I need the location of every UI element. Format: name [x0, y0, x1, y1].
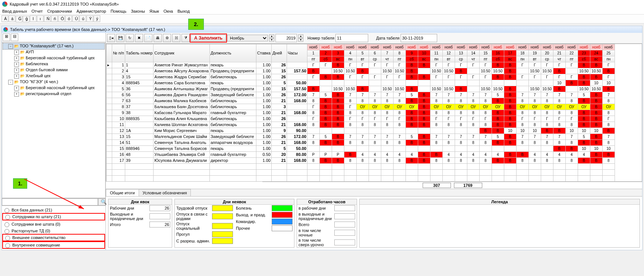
table-row[interactable]: ▸11Ахметов Ринат Жумасултанпекарь1.0026Г…: [107, 62, 615, 68]
refresh-button[interactable]: ↻: [126, 34, 134, 42]
delete-button[interactable]: ✖: [135, 34, 143, 42]
tabel-date-input[interactable]: [401, 34, 437, 42]
char-toolbar[interactable]: ÁáǴǵIıŃńÓóÚúÝý: [0, 15, 644, 23]
tree-node[interactable]: +Береговой насосный турбинный цех: [3, 55, 104, 61]
tree-node[interactable]: -ТОО "Kostanaysoft" (17 чел.): [3, 43, 104, 49]
filter-radio[interactable]: Внешнее совместительство: [2, 234, 105, 241]
tool1-button[interactable]: ⚙: [163, 34, 171, 42]
filter-radio[interactable]: Вся база данных (21): [3, 207, 105, 213]
menu-item[interactable]: Язык: [149, 9, 159, 13]
year-input[interactable]: [275, 34, 297, 42]
char-button[interactable]: ó: [65, 15, 72, 22]
sub-titlebar: Табель учета рабочего времени (вся база …: [2, 26, 642, 33]
char-button[interactable]: ı: [37, 15, 44, 22]
table-row[interactable]: 837Балкашева Баян Досетовнабиблиотекарь1…: [107, 104, 615, 110]
table-row[interactable]: 15888946Семенчук Татьяна Борисовпекарь1.…: [107, 145, 615, 151]
menu-item[interactable]: Выход: [177, 9, 190, 13]
filter-radio[interactable]: Расторгнутые ТД (0): [3, 228, 105, 234]
year-up[interactable]: ▲: [298, 34, 303, 38]
app-icon: [2, 1, 7, 7]
menu-item[interactable]: Ввод данных: [2, 9, 27, 13]
char-button[interactable]: ý: [94, 15, 100, 22]
menu-bar[interactable]: Ввод данныхОтчетСправочникиАдминистратор…: [0, 8, 644, 15]
filter-radios[interactable]: Вся база данных (21)Сотрудники по штату …: [2, 206, 105, 250]
char-button[interactable]: ú: [79, 15, 86, 22]
table-row[interactable]: 10888935Казыбаева Алия Клышевнабиблиотек…: [107, 116, 615, 122]
table-row[interactable]: 1739Юсупова Алина Джумагалидиректор1.002…: [107, 157, 615, 163]
nav-first-button[interactable]: ▯◂: [107, 34, 115, 42]
tree-node[interactable]: +Библиотека: [3, 61, 104, 67]
table-row[interactable]: 1315Малгельдинов Серик ШаймЗаведующий би…: [107, 134, 615, 139]
sub-title: Табель учета рабочего времени (вся база …: [10, 27, 165, 32]
timesheet-grid[interactable]: № п/пТабель номерСотрудникДолжностьСтавк…: [106, 44, 642, 182]
tree-node[interactable]: -ТОО "КГЭЭ" (4 чел.): [3, 79, 104, 85]
tree-collapse-button[interactable]: ⊟: [11, 34, 18, 41]
char-button[interactable]: ń: [51, 15, 58, 22]
year-down[interactable]: ▼: [298, 38, 303, 42]
search-button[interactable]: 🔍: [98, 198, 105, 206]
table-row[interactable]: 1451Семенчук Татьяна Анатольаппаратчик в…: [107, 139, 615, 145]
fill-button[interactable]: А Заполнить: [191, 35, 226, 41]
sub-icon: [3, 27, 8, 32]
callout-2: 2.: [188, 19, 204, 30]
table-row[interactable]: 536Ашимова Алтыншаш ЖумагПродавец (предп…: [107, 86, 615, 92]
menu-item[interactable]: Администратор: [76, 9, 106, 13]
filter-radio[interactable]: Внутреннее совмещение: [2, 241, 105, 249]
char-button[interactable]: I: [30, 15, 37, 22]
table-row[interactable]: 1648Ульшибаева Эльмира Сейглавный бухгал…: [107, 151, 615, 157]
org-tree[interactable]: -ТОО "Kostanaysoft" (17 чел.)+АУП+Берего…: [2, 42, 105, 198]
char-button[interactable]: Á: [1, 15, 8, 22]
tree-node[interactable]: +АУП: [3, 49, 104, 55]
toolbar[interactable]: ▯◂ 💾 ↻ ✖ 📄 🖶 ⚙ ☵ ⧩ А Заполнить Ноябрь ▲▼…: [106, 33, 642, 44]
month-up[interactable]: ▲: [269, 34, 274, 38]
panel-hours: Отработано часов в рабочие днив выходные…: [297, 199, 357, 248]
tool2-button[interactable]: ☵: [172, 34, 180, 42]
filter-radio[interactable]: Сотрудники по штату (21): [2, 213, 105, 220]
panel-legend: Легенда: [359, 199, 640, 248]
char-button[interactable]: Ý: [86, 15, 93, 22]
char-button[interactable]: ǵ: [23, 16, 29, 22]
table-row[interactable]: 24Ахметова Айсулу АскаровнаПродавец (пре…: [107, 68, 615, 74]
summary-panels: Дни явок Рабочие дниВыходные и праздничн…: [106, 197, 642, 250]
save-button[interactable]: 💾: [116, 34, 124, 42]
char-button[interactable]: Ń: [44, 15, 51, 22]
menu-item[interactable]: Законы: [131, 9, 145, 13]
tree-node[interactable]: +Отдел бытовой химии: [3, 67, 104, 73]
callout-1: 1.: [13, 178, 27, 189]
char-button[interactable]: Ú: [72, 15, 79, 22]
month-select[interactable]: Ноябрь: [227, 35, 268, 41]
tree-node[interactable]: +Береговой насосный турбинный цех: [3, 85, 104, 91]
menu-item[interactable]: Отчет: [32, 9, 43, 13]
table-row[interactable]: 938Кабасова Гульнара Маратоглавный бухга…: [107, 110, 615, 116]
tree-expand-button[interactable]: ⊞: [3, 34, 10, 41]
tree-node[interactable]: +Хлебный цех: [3, 73, 104, 79]
menu-item[interactable]: Помощь: [111, 9, 127, 13]
panel-yavok: Дни явок Рабочие дниВыходные и праздничн…: [108, 199, 172, 248]
char-button[interactable]: Ó: [58, 15, 65, 22]
char-button[interactable]: á: [9, 15, 15, 22]
char-button[interactable]: Ǵ: [16, 16, 22, 22]
table-row[interactable]: 763Ашимова Малика Казбековбиблиотекарь1.…: [107, 98, 615, 104]
filter-radio[interactable]: Сотрудники вне штата (0): [3, 221, 105, 228]
tab-legend-codes[interactable]: Условные обозначения: [139, 189, 191, 196]
month-down[interactable]: ▼: [269, 38, 274, 42]
table-row[interactable]: 4888945Ахметова Сара Болатовнапекарь1.00…: [107, 80, 615, 86]
search-bar[interactable]: 🔍: [2, 198, 105, 206]
main-titlebar: Кадровый учет ver.6.0.347.23112019 ТОО «…: [0, 0, 644, 8]
sub-window: Табель учета рабочего времени (вся база …: [1, 26, 643, 250]
filter-button[interactable]: ⧩: [181, 34, 190, 42]
print-button[interactable]: 🖶: [154, 34, 162, 42]
table-row[interactable]: 121АКим Морис Сергеевичпекарь1.00990.00В…: [107, 128, 615, 134]
doc-button[interactable]: 📄: [144, 34, 152, 42]
bottom-tabs[interactable]: Общие итоги Условные обозначения: [106, 189, 642, 197]
table-row[interactable]: 656Ашимова Дарига РашидовнЗаведующий биб…: [107, 92, 615, 98]
menu-item[interactable]: Справочники: [47, 9, 72, 13]
tree-node[interactable]: +регистрационный отдел: [3, 91, 104, 97]
tabel-num-input[interactable]: [335, 34, 368, 42]
tab-summary[interactable]: Общие итоги: [106, 189, 139, 196]
menu-item[interactable]: Окна: [164, 9, 173, 13]
table-row[interactable]: 315Ахметова Жадра Серикбаебиблиотекарь1.…: [107, 74, 615, 80]
label-tabel-num: Номер табеля: [307, 36, 334, 40]
table-row[interactable]: 11Калиева Шолпан Асхатовнабиблиотекарь1.…: [107, 122, 615, 128]
search-input[interactable]: [2, 198, 98, 206]
